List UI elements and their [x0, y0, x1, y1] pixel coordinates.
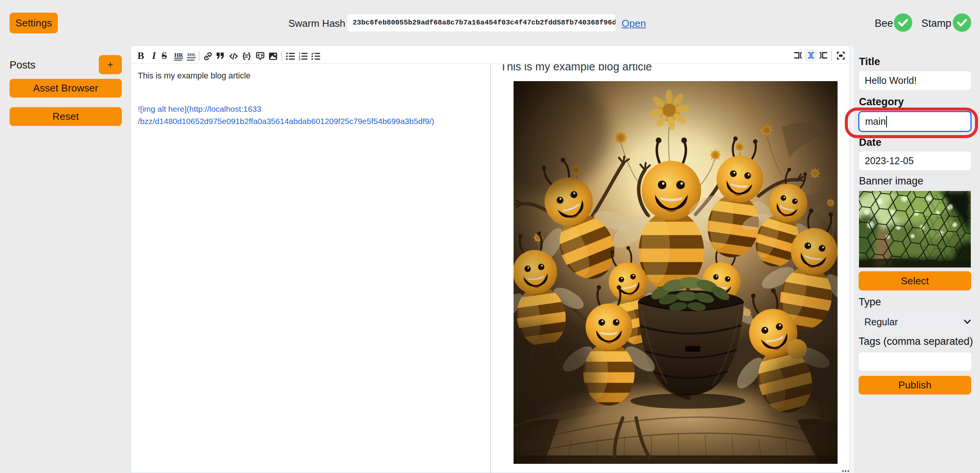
svg-text:3: 3: [299, 57, 300, 60]
